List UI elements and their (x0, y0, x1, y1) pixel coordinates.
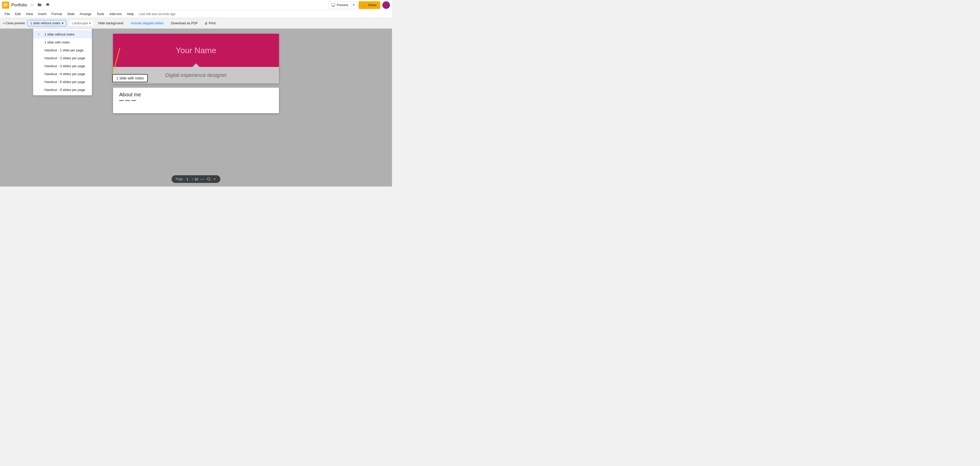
menu-slide[interactable]: Slide (65, 11, 77, 17)
preview-bar: « Close preview 1 slide without notes ▾ … (0, 18, 392, 29)
slide2-title: About me (119, 92, 273, 97)
menu-add-ons[interactable]: Add-ons (107, 11, 124, 17)
menu-help[interactable]: Help (124, 11, 136, 17)
print-button[interactable]: 🖨 Print (202, 20, 218, 26)
line-dash-3 (131, 100, 136, 101)
page-nav-zoom-button[interactable] (206, 177, 211, 181)
menu-tools[interactable]: Tools (94, 11, 107, 17)
print-label: Print (209, 21, 216, 25)
share-lock-icon: 🔒 (362, 3, 366, 7)
dropdown-item-handout-2[interactable]: Handout - 2 slides per page (33, 54, 92, 62)
menu-file[interactable]: File (2, 11, 13, 17)
title-bar: Portfolio ☆ Present ▾ 🔒 Share (0, 0, 392, 10)
present-button-group: Present ▾ (328, 1, 356, 9)
svg-rect-3 (3, 6, 6, 6)
dropdown-item-label: Handout - 1 slide per page (45, 48, 83, 52)
present-label: Present (337, 3, 348, 7)
page-nav-bar: Page / 10 — + (172, 175, 220, 183)
svg-rect-2 (3, 5, 8, 5)
menu-bar: File Edit View Insert Format Slide Arran… (0, 10, 392, 18)
layout-dropdown[interactable]: 1 slide without notes ▾ (27, 20, 66, 26)
layout-dropdown-menu: ✓ 1 slide without notes 1 slide with not… (33, 29, 92, 95)
dropdown-item-label: Handout - 2 slides per page (45, 56, 85, 60)
page-nav-label: Page (176, 177, 183, 181)
dropdown-item-handout-1[interactable]: Handout - 1 slide per page (33, 46, 92, 54)
orientation-label: Landscape (72, 21, 88, 25)
svg-point-8 (207, 177, 210, 180)
dropdown-item-label: 1 slide with notes (45, 40, 70, 44)
dropdown-item-label: Handout - 3 slides per page (45, 64, 85, 68)
title-icons: ☆ (29, 1, 51, 9)
present-main-button[interactable]: Present (328, 2, 351, 9)
svg-rect-4 (331, 3, 335, 6)
dropdown-item-1-slide-with-notes[interactable]: 1 slide with notes (33, 38, 92, 46)
menu-insert[interactable]: Insert (35, 11, 49, 17)
last-edit-label: Last edit was seconds ago (139, 12, 175, 16)
menu-edit[interactable]: Edit (13, 11, 23, 17)
app-icon (2, 2, 9, 9)
line-dash-1 (119, 100, 124, 101)
page-nav-plus-button[interactable]: + (213, 177, 216, 181)
title-right: Present ▾ 🔒 Share (328, 1, 390, 9)
dropdown-item-1-slide-without-notes[interactable]: ✓ 1 slide without notes (33, 30, 92, 38)
speech-bubble-arrow (192, 63, 200, 67)
dropdown-item-handout-3[interactable]: Handout - 3 slides per page (33, 62, 92, 70)
share-button[interactable]: 🔒 Share (359, 1, 380, 9)
slide-title: Your Name (176, 46, 216, 55)
menu-format[interactable]: Format (49, 11, 65, 17)
annotation-tooltip: 1 slide with notes (112, 74, 148, 82)
dropdown-item-handout-9[interactable]: Handout - 9 slides per page (33, 86, 92, 94)
layout-dropdown-caret: ▾ (62, 21, 64, 25)
star-button[interactable]: ☆ (29, 2, 35, 8)
dropdown-item-handout-4[interactable]: Handout - 4 slides per page (33, 70, 92, 78)
slide-header-background: Your Name (113, 34, 279, 67)
move-to-folder-button[interactable] (36, 1, 43, 9)
slide2-decoration (119, 99, 273, 101)
cloud-save-button[interactable] (45, 1, 51, 9)
hide-background-label: Hide background (98, 21, 123, 25)
page-nav-minus-button[interactable]: — (200, 177, 205, 181)
orientation-caret: ▾ (89, 21, 91, 25)
page-nav-total: 10 (194, 177, 198, 181)
dropdown-item-label: Handout - 6 slides per page (45, 80, 85, 84)
dropdown-item-label: Handout - 4 slides per page (45, 72, 85, 76)
annotation-label: 1 slide with notes (116, 76, 144, 80)
slide-subtitle: Digital experience designer (165, 72, 227, 78)
svg-line-9 (210, 180, 210, 180)
close-preview-button[interactable]: « Close preview (3, 21, 25, 25)
download-pdf-label: Download as PDF (171, 21, 198, 25)
layout-dropdown-label: 1 slide without notes (30, 21, 60, 25)
line-dash-2 (125, 100, 130, 101)
menu-view[interactable]: View (23, 11, 35, 17)
print-icon: 🖨 (204, 21, 208, 25)
download-pdf-button[interactable]: Download as PDF (169, 20, 200, 26)
include-skipped-button[interactable]: Include skipped slides (128, 20, 166, 26)
present-caret-button[interactable]: ▾ (351, 2, 356, 9)
dropdown-item-label: Handout - 9 slides per page (45, 88, 85, 92)
app-title: Portfolio (11, 3, 27, 8)
avatar-image (382, 1, 390, 9)
share-label: Share (368, 3, 377, 7)
dropdown-item-handout-6[interactable]: Handout - 6 slides per page (33, 78, 92, 86)
page-nav-separator: / (192, 177, 193, 181)
dropdown-item-label: 1 slide without notes (45, 32, 75, 36)
orientation-dropdown[interactable]: Landscape ▾ (69, 20, 94, 26)
include-skipped-label: Include skipped slides (131, 21, 163, 25)
menu-arrange[interactable]: Arrange (77, 11, 94, 17)
hide-background-button[interactable]: Hide background (96, 20, 125, 26)
check-icon: ✓ (37, 32, 42, 36)
slide-card-2: About me (113, 88, 279, 113)
close-preview-label: « Close preview (3, 21, 25, 25)
svg-rect-1 (3, 3, 8, 4)
page-nav-input[interactable] (184, 177, 190, 181)
avatar[interactable] (382, 1, 390, 9)
